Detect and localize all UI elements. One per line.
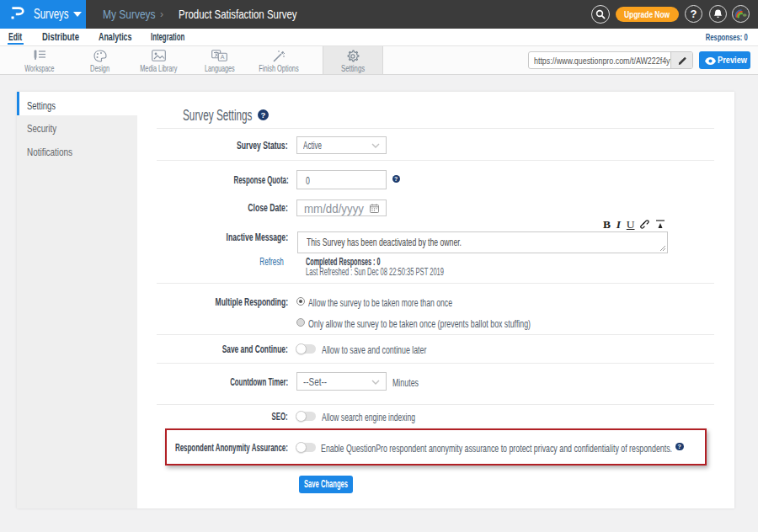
svg-text:A: A: [221, 54, 225, 60]
